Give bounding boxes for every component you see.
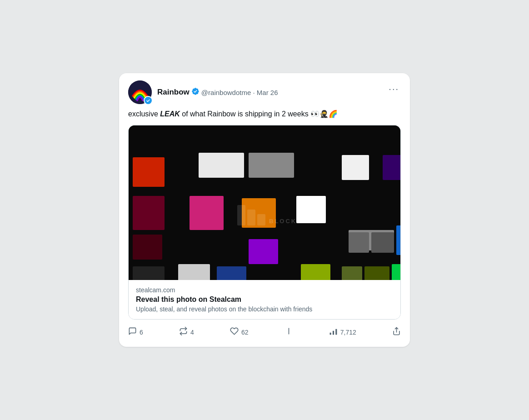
reply-icon xyxy=(128,327,137,338)
svg-rect-17 xyxy=(178,264,210,280)
avatar-wrapper[interactable] xyxy=(128,80,152,104)
svg-rect-14 xyxy=(349,232,369,253)
svg-rect-4 xyxy=(249,153,294,178)
body-suffix: of what Rainbow is shipping in 2 weeks 👀… xyxy=(180,110,338,118)
tweet-header: Rainbow @rainbowdotme · Mar 26 ... xyxy=(128,80,401,104)
tweet-header-left: Rainbow @rainbowdotme · Mar 26 xyxy=(128,80,278,104)
tweet-image-container[interactable]: BLOCKBEATS stealcam.com Reveal this phot… xyxy=(128,125,401,320)
like-icon xyxy=(230,327,239,338)
retweet-action[interactable]: 4 xyxy=(179,327,194,338)
svg-rect-3 xyxy=(199,153,244,178)
svg-rect-23 xyxy=(133,266,165,280)
svg-rect-13 xyxy=(396,225,400,255)
svg-rect-22 xyxy=(392,264,400,280)
tweet-image: BLOCKBEATS xyxy=(129,125,400,280)
user-name-row: Rainbow @rainbowdotme · Mar 26 xyxy=(157,87,278,98)
verified-icon xyxy=(191,87,200,98)
account-badge xyxy=(144,96,153,105)
body-prefix: exclusive xyxy=(128,110,160,118)
svg-rect-15 xyxy=(371,232,394,253)
user-name[interactable]: Rainbow xyxy=(157,88,190,97)
svg-rect-11 xyxy=(249,239,278,264)
reply-count: 6 xyxy=(140,329,143,336)
views-icon xyxy=(329,327,338,338)
user-handle-date: @rainbowdotme · Mar 26 xyxy=(201,89,278,96)
retweet-icon xyxy=(179,327,188,338)
svg-rect-34 xyxy=(335,329,337,335)
link-preview[interactable]: stealcam.com Reveal this photo on Stealc… xyxy=(129,280,400,319)
more-button[interactable]: ... xyxy=(387,80,401,93)
reply-action[interactable]: 6 xyxy=(128,327,143,338)
svg-rect-18 xyxy=(217,266,246,280)
svg-rect-6 xyxy=(383,155,400,180)
svg-rect-27 xyxy=(237,205,245,225)
body-leak: LEAK xyxy=(160,110,180,118)
svg-rect-5 xyxy=(342,155,369,180)
svg-rect-28 xyxy=(247,210,255,225)
bookmark-icon xyxy=(284,327,293,338)
svg-rect-16 xyxy=(133,235,162,260)
user-handle[interactable]: @rainbowdotme xyxy=(201,89,251,96)
color-block-image: BLOCKBEATS xyxy=(129,125,400,280)
svg-rect-20 xyxy=(342,266,362,280)
link-title: Reveal this photo on Stealcam xyxy=(136,295,393,304)
svg-rect-2 xyxy=(133,157,165,187)
svg-text:BLOCKBEATS: BLOCKBEATS xyxy=(269,218,323,225)
views-count: 7,712 xyxy=(340,329,356,336)
svg-rect-21 xyxy=(364,266,389,280)
separator: · xyxy=(253,89,256,96)
share-icon xyxy=(392,327,401,338)
svg-rect-19 xyxy=(301,264,330,280)
svg-rect-29 xyxy=(257,214,265,225)
bookmark-action[interactable] xyxy=(284,327,293,338)
svg-rect-33 xyxy=(333,331,334,335)
retweet-count: 4 xyxy=(190,329,194,336)
user-info: Rainbow @rainbowdotme · Mar 26 xyxy=(157,87,278,98)
tweet-actions: 6 4 62 xyxy=(128,325,401,340)
like-count: 62 xyxy=(241,329,249,336)
svg-rect-32 xyxy=(329,333,331,335)
svg-rect-7 xyxy=(133,196,165,230)
link-description: Upload, steal, and reveal photos on the … xyxy=(136,305,393,313)
svg-rect-8 xyxy=(190,196,224,230)
views-action[interactable]: 7,712 xyxy=(329,327,356,338)
share-action[interactable] xyxy=(392,327,401,338)
link-domain: stealcam.com xyxy=(136,286,393,294)
tweet-card: Rainbow @rainbowdotme · Mar 26 ... exc xyxy=(119,73,410,347)
tweet-date[interactable]: Mar 26 xyxy=(257,89,278,96)
like-action[interactable]: 62 xyxy=(230,327,249,338)
tweet-body: exclusive LEAK of what Rainbow is shippi… xyxy=(128,109,401,120)
